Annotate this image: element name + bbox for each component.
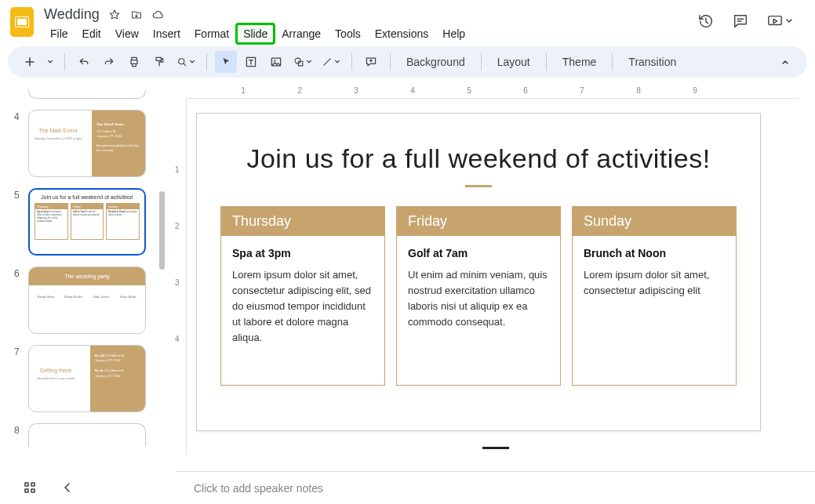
menu-bar: File Edit View Insert Format Slide Arran… (42, 23, 471, 46)
menu-format[interactable]: Format (188, 24, 235, 43)
thumb7-h1: By rail (95, 354, 104, 357)
move-icon[interactable] (129, 8, 144, 22)
collapse-toolbar-button[interactable] (774, 51, 796, 73)
slide-title[interactable]: Join us for a full weekend of activities… (197, 143, 760, 174)
card-sunday[interactable]: Sunday Brunch at Noon Lorem ipsum dolor … (572, 206, 737, 386)
thumb-slide-4[interactable]: The Main Event Saturday, September 4, 20… (28, 110, 146, 177)
history-icon[interactable] (697, 13, 715, 30)
thumb6-p2: Abby Author (89, 295, 113, 299)
card-header[interactable]: Sunday (573, 207, 736, 236)
card-header[interactable]: Friday (397, 207, 560, 236)
thumb7-a1: 123 Address St. (105, 354, 125, 357)
thumb4-blurb: Reception immediately following the cere… (96, 143, 139, 152)
card-thursday[interactable]: Thursday Spa at 3pm Lorem ipsum dolor si… (220, 206, 385, 386)
ruler-vertical: 1 2 3 4 (173, 99, 187, 454)
ruler-v-tick: 1 (175, 165, 180, 174)
thumb-slide-6[interactable]: The wedding party Wendy Writer Ronny Rea… (28, 267, 146, 334)
ruler-h-tick: 8 (636, 86, 641, 95)
present-icon[interactable] (766, 13, 793, 30)
card-headline[interactable]: Golf at 7am (408, 245, 549, 263)
thumb-number: 6 (14, 267, 22, 279)
thumb5-title: Join us for a full weekend of activities… (30, 194, 144, 200)
card-body[interactable]: Lorem ipsum dolor sit amet, consectetur … (584, 269, 709, 296)
thumb-slide-7[interactable]: Getting there Our main hotel is very cen… (28, 345, 146, 412)
ruler-h-tick: 7 (580, 86, 584, 95)
thumb6-title: The wedding party (29, 267, 145, 285)
thumb-number: 7 (14, 345, 22, 357)
menu-edit[interactable]: Edit (76, 24, 107, 43)
notes-grab-handle[interactable] (482, 447, 509, 449)
thumb7-a2: Anytown, ST 12345 (95, 358, 120, 362)
background-button[interactable]: Background (398, 51, 473, 73)
ruler-h-tick: 9 (693, 86, 697, 95)
ruler-h-tick: 5 (467, 86, 471, 95)
comment-button[interactable] (360, 51, 382, 73)
menu-arrange[interactable]: Arrange (275, 24, 327, 43)
line-button[interactable] (318, 51, 344, 73)
card-friday[interactable]: Friday Golf at 7am Ut enim ad minim veni… (396, 206, 561, 386)
speaker-notes[interactable]: Click to add speaker notes (176, 471, 815, 504)
slide-canvas[interactable]: Join us for a full weekend of activities… (196, 113, 761, 431)
transition-button[interactable]: Transition (620, 51, 684, 73)
toolbar: Background Layout Theme Transition (8, 46, 807, 78)
thumb7-a4: Anytown, ST 12345 (95, 374, 120, 378)
ruler-h-tick: 2 (297, 86, 302, 95)
thumb4-sub: Saturday, September 4, 20XX at 5pm (34, 136, 82, 140)
slides-logo[interactable] (8, 8, 36, 36)
card-headline[interactable]: Brunch at Noon (584, 245, 725, 263)
svg-rect-14 (25, 483, 28, 486)
image-button[interactable] (265, 51, 287, 73)
zoom-button[interactable] (173, 51, 198, 73)
menu-help[interactable]: Help (436, 24, 471, 43)
filmstrip-scrollbar[interactable] (159, 191, 165, 270)
thumb-slide-5[interactable]: Join us for a full weekend of activities… (28, 188, 146, 256)
paint-format-button[interactable] (148, 51, 170, 73)
thumb5-col2-h: Sunday (107, 204, 139, 209)
print-button[interactable] (123, 51, 145, 73)
thumb-slide-8[interactable] (28, 423, 146, 447)
thumb6-p1: Ronny Reader (62, 295, 86, 299)
ruler-v-tick: 2 (175, 222, 180, 230)
cloud-status-icon[interactable] (151, 8, 166, 22)
menu-insert[interactable]: Insert (147, 24, 187, 43)
prev-slide-button[interactable] (60, 480, 75, 495)
card-headline[interactable]: Spa at 3pm (232, 245, 373, 263)
layout-button[interactable]: Layout (489, 51, 538, 73)
svg-rect-16 (25, 489, 28, 492)
card-header[interactable]: Thursday (221, 207, 384, 236)
menu-file[interactable]: File (44, 24, 75, 43)
redo-button[interactable] (98, 51, 120, 73)
card-body[interactable]: Lorem ipsum dolor sit amet, consectetur … (232, 269, 371, 344)
select-tool-button[interactable] (215, 51, 237, 73)
thumb4-addr2: Anytown, ST 12345 (96, 134, 122, 138)
star-icon[interactable] (107, 8, 122, 22)
ruler-h-tick: 4 (410, 86, 415, 95)
filmstrip[interactable]: 4 The Main Event Saturday, September 4, … (0, 85, 165, 470)
svg-point-11 (274, 60, 275, 61)
svg-rect-17 (31, 489, 35, 492)
doc-title[interactable]: Wedding (44, 6, 100, 23)
card-body[interactable]: Ut enim ad minim veniam, quis nostrud ex… (408, 269, 548, 328)
new-slide-dropdown[interactable] (44, 51, 56, 73)
grid-view-button[interactable] (22, 480, 38, 495)
theme-button[interactable]: Theme (555, 51, 605, 73)
comments-icon[interactable] (732, 13, 749, 30)
undo-button[interactable] (73, 51, 95, 73)
ruler-h-tick: 6 (523, 86, 528, 95)
shape-button[interactable] (290, 51, 315, 73)
new-slide-button[interactable] (19, 51, 41, 73)
thumb7-a3: 123 Address St. (104, 368, 124, 372)
thumb5-col0-h: Thursday (35, 204, 67, 209)
thumb-number: 4 (14, 110, 22, 122)
thumb7-title: Getting there (34, 368, 78, 373)
ruler-h-tick: 1 (241, 86, 246, 95)
textbox-button[interactable] (240, 51, 262, 73)
menu-extensions[interactable]: Extensions (369, 24, 435, 43)
menu-slide[interactable]: Slide (237, 24, 274, 43)
ruler-h-tick: 3 (354, 86, 358, 95)
thumb-number: 5 (14, 188, 22, 201)
slide-editor[interactable]: 1 2 3 4 5 6 7 8 9 1 2 3 4 Join us for a … (165, 85, 815, 470)
menu-view[interactable]: View (109, 24, 145, 43)
thumb5-col1-h: Friday (71, 204, 104, 209)
menu-tools[interactable]: Tools (329, 24, 367, 43)
